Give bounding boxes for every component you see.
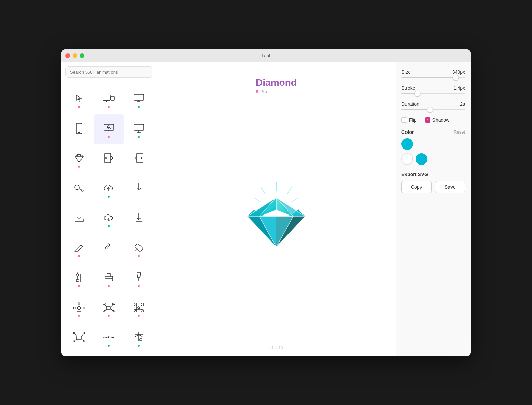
diamond-svg xyxy=(228,172,324,267)
dot xyxy=(108,225,110,227)
tools-icon xyxy=(73,271,85,284)
svg-marker-19 xyxy=(75,154,83,162)
list-item[interactable] xyxy=(94,85,124,115)
drone1-icon xyxy=(73,301,85,313)
list-item[interactable] xyxy=(124,264,154,294)
stroke-label: Stroke xyxy=(401,85,415,91)
download-arrow-icon xyxy=(133,182,145,194)
duration-slider-track[interactable] xyxy=(401,109,465,110)
dot xyxy=(108,166,110,168)
svg-line-86 xyxy=(139,334,142,337)
svg-line-90 xyxy=(261,187,265,194)
color-swatch-row1 xyxy=(401,138,465,150)
dot xyxy=(78,196,80,198)
svg-point-28 xyxy=(141,158,142,159)
dot xyxy=(108,345,110,347)
list-item[interactable] xyxy=(64,144,94,174)
search-input[interactable] xyxy=(65,66,152,78)
svg-line-31 xyxy=(81,189,82,190)
list-item[interactable] xyxy=(94,323,124,353)
minimize-button[interactable] xyxy=(73,53,77,58)
color-label: Color xyxy=(401,129,414,135)
duration-slider-thumb[interactable] xyxy=(427,107,433,113)
size-slider-track[interactable] xyxy=(401,77,465,78)
flip-checkbox[interactable] xyxy=(401,117,407,123)
monitor2-icon xyxy=(103,122,115,135)
save-button[interactable]: Save xyxy=(435,181,466,193)
svg-rect-88 xyxy=(140,339,142,341)
list-item[interactable] xyxy=(124,204,154,234)
dot xyxy=(138,196,140,198)
list-item[interactable] xyxy=(94,234,124,264)
svg-point-25 xyxy=(106,158,107,159)
dot xyxy=(78,225,80,227)
size-slider-thumb[interactable] xyxy=(453,75,459,81)
shadow-checkbox-item[interactable]: ✓ Shadow xyxy=(425,117,450,123)
svg-point-29 xyxy=(75,185,79,190)
duration-label: Duration xyxy=(401,101,419,107)
flip-checkbox-item[interactable]: Flip xyxy=(401,117,417,123)
dot xyxy=(78,136,80,138)
stroke-slider-thumb[interactable] xyxy=(414,91,420,97)
list-item[interactable] xyxy=(94,114,124,144)
animation-title: Diamond xyxy=(256,77,297,88)
list-item[interactable] xyxy=(94,293,124,323)
list-item[interactable] xyxy=(64,234,94,264)
pen-line-icon xyxy=(103,242,115,254)
flip-shadow-row: Flip ✓ Shadow xyxy=(401,117,465,123)
diamond-icon xyxy=(73,152,85,164)
list-item[interactable] xyxy=(94,174,124,204)
traffic-lights xyxy=(65,53,84,58)
dot xyxy=(138,136,140,138)
dot xyxy=(138,255,140,257)
list-item[interactable] xyxy=(94,264,124,294)
duration-label-row: Duration 2s xyxy=(401,101,465,107)
svg-point-50 xyxy=(77,306,81,310)
stroke-value: 1.4px xyxy=(454,85,465,91)
reset-button[interactable]: Reset xyxy=(454,129,465,135)
icon-grid xyxy=(61,82,157,356)
svg-rect-74 xyxy=(77,336,82,339)
list-item[interactable] xyxy=(124,114,154,144)
color-swatch-cyan2[interactable] xyxy=(416,153,427,165)
cursor-icon xyxy=(73,92,85,105)
svg-rect-13 xyxy=(134,124,144,130)
list-item[interactable] xyxy=(124,174,154,204)
list-item[interactable] xyxy=(64,323,94,353)
list-item[interactable] xyxy=(124,234,154,264)
dot xyxy=(108,136,110,138)
list-item[interactable] xyxy=(64,204,94,234)
list-item[interactable] xyxy=(94,144,124,174)
download2-icon xyxy=(133,212,145,224)
window-title: Loaf xyxy=(262,53,270,58)
list-item[interactable] xyxy=(124,323,154,353)
dot xyxy=(78,315,80,317)
list-item[interactable] xyxy=(64,293,94,323)
main-layout: Diamond Pro xyxy=(61,62,471,356)
color-swatch-white[interactable] xyxy=(401,153,413,165)
color-label-row: Color Reset xyxy=(401,129,465,135)
size-label: Size xyxy=(401,69,411,75)
list-item[interactable] xyxy=(64,264,94,294)
svg-rect-1 xyxy=(111,96,114,100)
list-item[interactable] xyxy=(124,293,154,323)
fullscreen-button[interactable] xyxy=(80,53,84,58)
dot xyxy=(78,106,80,108)
door-exit-icon xyxy=(133,152,145,164)
stroke-control: Stroke 1.4px xyxy=(401,85,465,94)
list-item[interactable] xyxy=(64,114,94,144)
list-item[interactable] xyxy=(64,85,94,115)
export-section: Export SVG Copy Save xyxy=(401,172,465,193)
list-item[interactable] xyxy=(94,204,124,234)
app-window: Loaf xyxy=(61,49,471,356)
list-item[interactable] xyxy=(124,85,154,115)
copy-button[interactable]: Copy xyxy=(401,181,432,193)
pencil-icon xyxy=(73,242,85,254)
color-swatch-cyan1[interactable] xyxy=(401,138,413,150)
shadow-checkbox[interactable]: ✓ xyxy=(425,117,430,123)
list-item[interactable] xyxy=(64,174,94,204)
close-button[interactable] xyxy=(65,53,70,58)
list-item[interactable] xyxy=(124,144,154,174)
stroke-slider-track[interactable] xyxy=(401,93,465,94)
marker-icon xyxy=(133,242,145,254)
